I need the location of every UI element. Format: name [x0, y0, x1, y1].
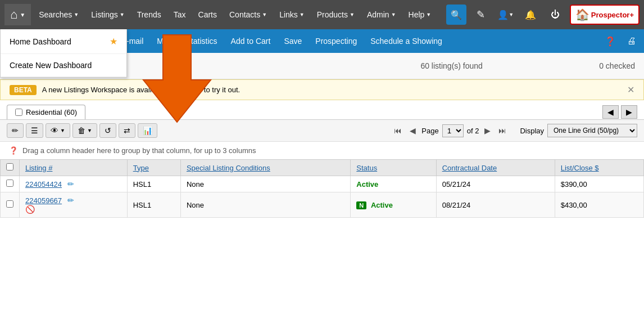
header-contractual-date[interactable]: Contractual Date: [436, 160, 555, 176]
group-info-text: Drag a column header here to group by th…: [22, 146, 256, 155]
help-circle-icon: ❓: [9, 146, 18, 155]
chart-tool-button[interactable]: 📊: [138, 123, 157, 138]
logo-house-icon: 🏠: [575, 8, 589, 21]
sec-add-to-cart[interactable]: Add to Cart: [224, 32, 278, 50]
row2-date-cell: 08/21/24: [436, 192, 555, 218]
pagination: ⏮ ◀ Page 1 2 of 2 ▶ ⏭: [392, 124, 509, 137]
search-button[interactable]: 🔍: [446, 5, 466, 25]
sec-prospecting[interactable]: Prospecting: [309, 32, 364, 50]
special-conditions-link[interactable]: Special Listing Conditions: [187, 164, 270, 172]
contacts-caret-icon: ▼: [262, 12, 267, 17]
header-checkbox-col[interactable]: [1, 160, 20, 176]
display-label: Display: [520, 127, 544, 135]
delete-tool-button[interactable]: 🗑 ▼: [72, 123, 97, 138]
row1-listing-link[interactable]: 224054424: [25, 180, 62, 189]
row2-listing-cell: 224059667 ✏ 🚫: [20, 192, 128, 218]
next-page-button[interactable]: ▶: [482, 125, 493, 136]
row2-price-cell: $430,00: [555, 192, 643, 218]
sync-tool-button[interactable]: ⇄: [119, 123, 135, 138]
table-row: 224054424 ✏ HSL1 None Active 05/21/24 $3…: [1, 176, 644, 192]
nav-trends[interactable]: Trends: [131, 7, 167, 23]
row2-delete-icon[interactable]: 🚫: [25, 205, 35, 214]
contractual-date-link[interactable]: Contractual Date: [442, 164, 497, 172]
bell-button[interactable]: 🔔: [520, 5, 541, 25]
row1-date: 05/21/24: [442, 180, 471, 189]
tab-label: Residential (60): [26, 108, 77, 116]
nav-contacts[interactable]: Contacts ▼: [224, 7, 273, 23]
first-page-button[interactable]: ⏮: [392, 125, 404, 136]
header-special-conditions[interactable]: Special Listing Conditions: [180, 160, 350, 176]
nav-searches[interactable]: Searches ▼: [33, 7, 84, 23]
sec-schedule-showing[interactable]: Schedule a Showing: [364, 32, 449, 50]
print-icon[interactable]: 🖨: [622, 32, 642, 51]
refresh-tool-button[interactable]: ↺: [99, 123, 116, 138]
display-select[interactable]: One Line Grid (50/pg) Two Line Grid (25/…: [547, 124, 637, 137]
nav-products[interactable]: Products ▼: [311, 7, 360, 23]
row2-type: HSL1: [133, 201, 152, 209]
table-header-row: Listing # Type Special Listing Condition…: [1, 160, 644, 176]
row2-status: Active: [371, 201, 393, 209]
type-link[interactable]: Type: [133, 164, 149, 172]
nav-carts[interactable]: Carts: [193, 7, 223, 23]
row1-edit-icon[interactable]: ✏: [67, 180, 74, 189]
header-list-close[interactable]: List/Close $: [555, 160, 643, 176]
tabs-right: ◀ ▶: [602, 105, 637, 119]
nav-listings[interactable]: Listings ▼: [85, 7, 130, 23]
close-icon[interactable]: ✕: [627, 84, 634, 95]
beta-tag: BETA: [10, 85, 37, 95]
row1-conditions-cell: None: [180, 176, 350, 192]
row2-checkbox[interactable]: [6, 200, 13, 208]
sec-statistics[interactable]: Statistics: [179, 32, 224, 50]
nav-links[interactable]: Links ▼: [274, 7, 310, 23]
row2-conditions: None: [187, 201, 204, 209]
star-icon: ★: [110, 36, 117, 47]
tab-prev-icon[interactable]: ◀: [602, 105, 619, 119]
list-close-link[interactable]: List/Close $: [561, 164, 599, 172]
list-tool-button[interactable]: ☰: [26, 123, 43, 138]
nav-admin[interactable]: Admin ▼: [361, 7, 402, 23]
row1-listing-cell: 224054424 ✏: [20, 176, 128, 192]
status-link[interactable]: Status: [356, 164, 377, 172]
view-tool-button[interactable]: 👁 ▼: [46, 123, 70, 138]
tab-checkbox[interactable]: [15, 109, 22, 116]
table-container: Listing # Type Special Listing Condition…: [0, 159, 644, 218]
products-caret-icon: ▼: [350, 12, 355, 17]
home-icon: ⌂: [10, 7, 17, 22]
header-listing-num[interactable]: Listing #: [20, 160, 128, 176]
row1-status: Active: [356, 180, 378, 189]
sec-map[interactable]: Map: [150, 32, 179, 50]
row2-price: $430,00: [561, 201, 587, 209]
listing-num-link[interactable]: Listing #: [25, 164, 52, 172]
header-type[interactable]: Type: [127, 160, 180, 176]
help-caret-icon: ▼: [426, 12, 431, 17]
edit-button[interactable]: ✎: [471, 5, 491, 25]
row1-checkbox-cell: [1, 176, 20, 192]
row1-checkbox[interactable]: [6, 180, 13, 187]
nav-help[interactable]: Help ▼: [403, 7, 437, 23]
row2-type-cell: HSL1: [127, 192, 180, 218]
row2-status-cell: N Active: [351, 192, 436, 218]
tab-residential[interactable]: Residential (60): [7, 105, 85, 119]
menu-item-create-dashboard[interactable]: Create New Dashboard: [1, 54, 126, 77]
select-all-checkbox[interactable]: [6, 163, 13, 171]
page-select[interactable]: 1 2: [442, 124, 464, 137]
beta-banner[interactable]: BETA A new Listings Workspace is availab…: [0, 79, 644, 100]
dropdown-menu: Home Dashboard ★ Create New Dashboard: [0, 29, 127, 78]
listings-caret-icon: ▼: [120, 12, 125, 17]
edit-tool-button[interactable]: ✏: [7, 123, 24, 138]
delete-caret-icon: ▼: [87, 128, 92, 133]
row2-listing-link[interactable]: 224059667: [25, 196, 62, 205]
help-circle-icon[interactable]: ❓: [599, 32, 622, 51]
header-status[interactable]: Status: [351, 160, 436, 176]
menu-item-home-dashboard[interactable]: Home Dashboard ★: [1, 29, 126, 54]
user-button[interactable]: 👤▼: [496, 5, 516, 25]
home-button[interactable]: ⌂ ▼: [4, 4, 31, 25]
sec-save[interactable]: Save: [277, 32, 309, 50]
nav-tax[interactable]: Tax: [168, 7, 192, 23]
row2-edit-icon[interactable]: ✏: [67, 196, 74, 205]
last-page-button[interactable]: ⏭: [496, 125, 509, 136]
power-button[interactable]: ⏻: [545, 5, 565, 25]
of-pages-label: of 2: [467, 127, 479, 135]
tab-next-icon[interactable]: ▶: [621, 105, 637, 119]
prev-page-button[interactable]: ◀: [407, 125, 418, 136]
